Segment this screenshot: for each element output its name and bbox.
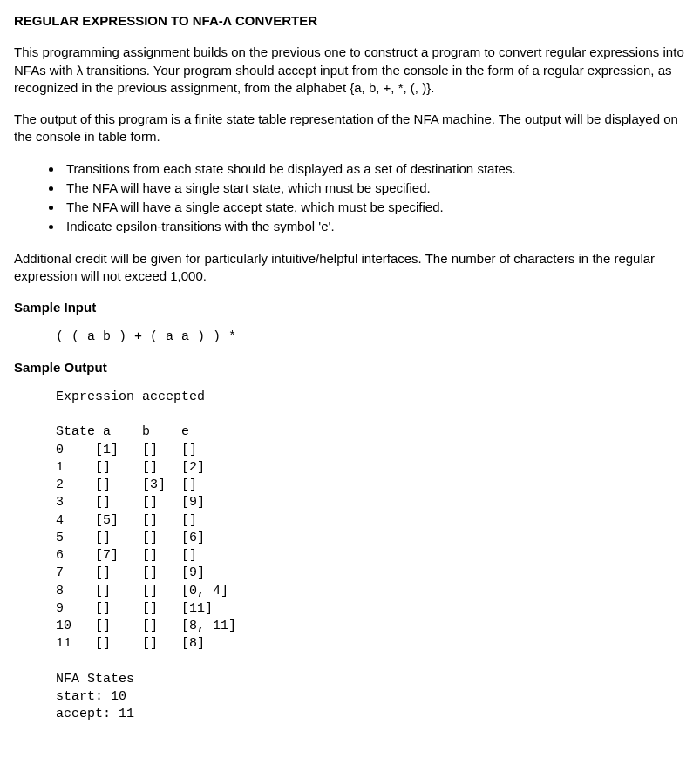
sample-output-heading: Sample Output xyxy=(14,359,686,376)
paragraph-intro-2: The output of this program is a finite s… xyxy=(14,111,686,146)
requirements-list: Transitions from each state should be di… xyxy=(14,160,686,236)
sample-output-code: Expression accepted State a b e 0 [1] []… xyxy=(56,389,686,724)
list-item: The NFA will have a single start state, … xyxy=(63,179,686,197)
list-item: Indicate epsilon-transitions with the sy… xyxy=(63,218,686,235)
sample-input-heading: Sample Input xyxy=(14,299,686,316)
list-item: The NFA will have a single accept state,… xyxy=(63,199,686,216)
paragraph-credit: Additional credit will be given for part… xyxy=(14,250,686,286)
page-title: REGULAR EXPRESSION TO NFA-Λ CONVERTER xyxy=(14,12,686,30)
sample-input-code: ( ( a b ) + ( a a ) ) * xyxy=(56,328,686,346)
list-item: Transitions from each state should be di… xyxy=(63,160,686,178)
paragraph-intro-1: This programming assignment builds on th… xyxy=(14,44,686,97)
